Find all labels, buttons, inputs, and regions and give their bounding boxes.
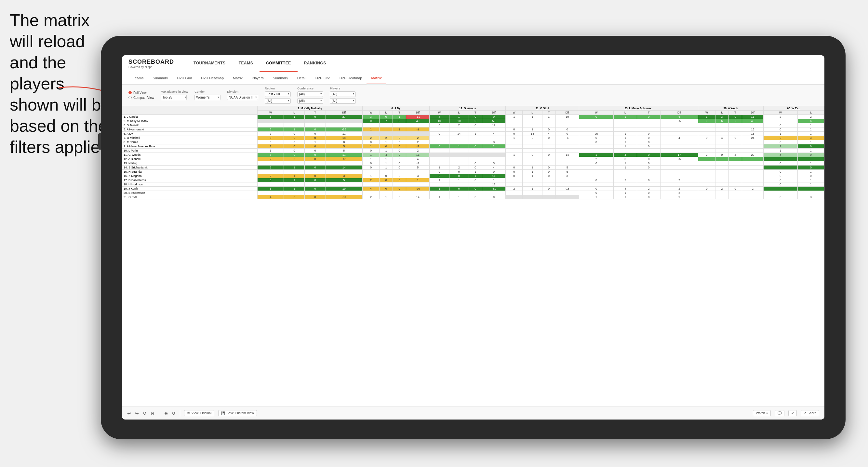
cell	[728, 140, 742, 145]
cell	[542, 140, 555, 145]
matrix-area[interactable]: 2. M Kelly Mulcahy 6. A Dy 11. G Woods 2…	[122, 106, 825, 406]
cell	[715, 174, 728, 178]
expand-btn[interactable]: ⤢	[788, 410, 797, 416]
cell	[482, 149, 505, 153]
cell: 0	[763, 170, 798, 174]
cell: 1	[798, 178, 824, 182]
cell	[614, 170, 637, 174]
redo-icon[interactable]: ↪	[135, 411, 139, 416]
nav-committee[interactable]: COMMITTEE	[259, 55, 298, 72]
cell	[698, 123, 715, 127]
player-name: 16. X Mcgaha	[122, 174, 257, 178]
compact-view-radio[interactable]	[128, 96, 132, 99]
cell: 0	[284, 132, 305, 136]
cell	[698, 145, 715, 149]
zoom-out-icon[interactable]: ⊖	[151, 411, 154, 416]
players-select[interactable]: (All)	[330, 91, 356, 97]
player-name: 10. L Perini	[122, 149, 257, 153]
cell: 0	[763, 140, 798, 145]
subnav-matrix2[interactable]: Matrix	[367, 72, 386, 84]
cell	[614, 174, 637, 178]
cell: 0	[305, 187, 326, 191]
cell: 2	[579, 157, 613, 161]
zoom-in-icon[interactable]: ⊕	[164, 411, 168, 416]
conference-sub-select[interactable]: (All)	[297, 98, 323, 104]
cell	[506, 182, 523, 187]
watch-btn[interactable]: Watch ▾	[753, 410, 771, 416]
cell	[698, 161, 715, 165]
region-sub-select[interactable]: (All)	[265, 98, 291, 104]
subnav-detail[interactable]: Detail	[293, 72, 311, 84]
cell: 0	[430, 170, 449, 174]
nav-teams[interactable]: TEAMS	[232, 55, 260, 72]
conference-select[interactable]: (All)	[297, 91, 323, 97]
cell	[393, 191, 406, 195]
th-c6-w: W	[698, 111, 715, 115]
subnav-h2hgrid1[interactable]: H2H Grid	[173, 72, 196, 84]
cell	[660, 174, 698, 178]
reset-icon[interactable]: ⟳	[172, 411, 176, 416]
cell: 0	[798, 174, 824, 178]
cell: 0	[728, 136, 742, 140]
cell: 0	[362, 161, 379, 165]
cell: 2	[257, 157, 284, 161]
cell: 1	[614, 136, 637, 140]
full-view-option[interactable]: Full View	[128, 91, 154, 95]
full-view-radio[interactable]	[128, 91, 132, 94]
cell: 14	[555, 153, 579, 157]
table-row: 6. A Dy 7 0 0 11 0 14 1 4 0	[122, 132, 825, 136]
nav-rankings[interactable]: RANKINGS	[298, 55, 333, 72]
cell: 2	[406, 140, 430, 145]
subnav-h2hheatmap1[interactable]: H2H Heatmap	[196, 72, 228, 84]
logo-area: SCOREBOARD Powered by clippd	[128, 59, 174, 69]
cell	[542, 157, 555, 161]
th-c1-dif: Dif	[326, 111, 362, 115]
division-select[interactable]: NCAA Division II	[227, 95, 258, 100]
th-c4-dif: Dif	[555, 111, 579, 115]
nav-tournaments[interactable]: TOURNAMENTS	[187, 55, 232, 72]
max-players-select[interactable]: Top 25	[161, 95, 187, 100]
compact-view-option[interactable]: Compact View	[128, 96, 154, 99]
subnav-summary1[interactable]: Summary	[148, 72, 173, 84]
player-name: 9. A Maria Jimenez Rios	[122, 145, 257, 149]
cell	[614, 182, 637, 187]
cell: 0	[798, 153, 824, 157]
cell	[555, 191, 579, 195]
cell: 1	[579, 153, 613, 157]
cell	[506, 161, 523, 165]
subnav-matrix1[interactable]: Matrix	[228, 72, 247, 84]
cell: 1	[798, 182, 824, 187]
cell: 2	[614, 178, 637, 182]
refresh-icon[interactable]: ↺	[143, 411, 147, 416]
undo-icon[interactable]: ↩	[127, 411, 131, 416]
cell	[542, 182, 555, 187]
cell: 1	[284, 178, 305, 182]
subnav-h2hheatmap2[interactable]: H2H Heatmap	[335, 72, 367, 84]
region-select-wrapper: East - DII	[265, 91, 291, 97]
cell	[406, 191, 430, 195]
cell: 0	[469, 115, 482, 119]
save-custom-view-btn[interactable]: 💾 Save Custom View	[218, 410, 257, 416]
cell: 1	[542, 115, 555, 119]
view-original-btn[interactable]: 👁 View: Original	[184, 410, 215, 416]
cell	[555, 157, 579, 161]
share-btn[interactable]: ↗ Share	[801, 410, 819, 416]
subnav-summary2[interactable]: Summary	[268, 72, 293, 84]
subnav-h2hgrid2[interactable]: H2H Grid	[311, 72, 335, 84]
subnav-players[interactable]: Players	[247, 72, 268, 84]
cell: 2	[637, 187, 660, 191]
gender-select[interactable]: Women's	[194, 95, 220, 100]
players-sub-select[interactable]: (All)	[330, 98, 356, 104]
cell	[542, 119, 555, 123]
comment-btn[interactable]: 💬	[775, 410, 784, 416]
cell	[555, 161, 579, 165]
cell: 0	[579, 187, 613, 191]
cell	[728, 170, 742, 174]
subnav-teams[interactable]: Teams	[128, 72, 148, 84]
region-label: Region	[265, 87, 291, 90]
cell: 0	[698, 119, 715, 123]
player-name: 12. A Bianchi	[122, 157, 257, 161]
region-select[interactable]: East - DII	[265, 91, 291, 97]
cell: 1	[506, 153, 523, 157]
th-c4-t: T	[542, 111, 555, 115]
